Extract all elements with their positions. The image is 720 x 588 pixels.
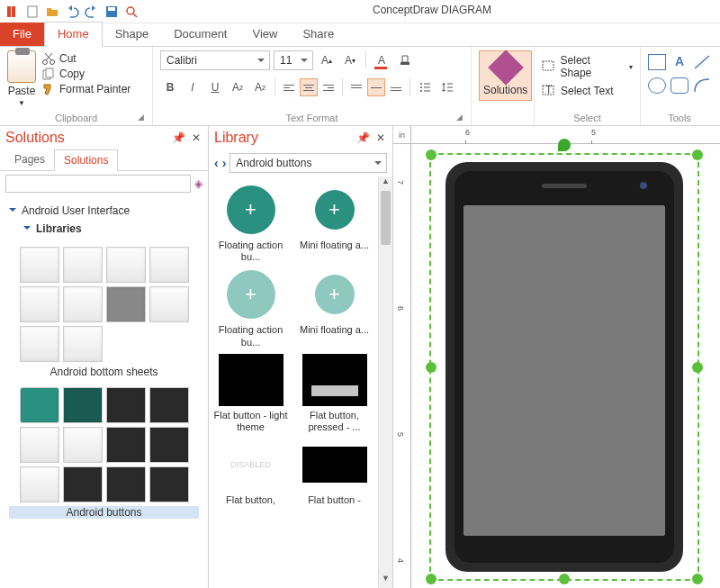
canvas[interactable]: in 6 5 7 6 5 4 [393,126,720,588]
nav-prev[interactable]: ‹ [214,156,219,170]
resize-handle[interactable] [426,149,436,160]
arc-tool[interactable] [693,77,711,94]
align-center-button[interactable] [300,78,318,96]
subtab-pages[interactable]: Pages [5,149,54,170]
cut-button[interactable]: Cut [41,52,130,65]
tools-group-label: Tools [648,113,711,123]
tab-file[interactable]: File [0,23,44,46]
ellipse-tool[interactable] [648,77,666,94]
close-icon[interactable]: ✕ [374,131,387,144]
select-shape-icon [542,60,556,73]
library-dropdown[interactable]: Android buttons [230,153,387,173]
shrink-font-button[interactable]: A▾ [340,50,360,70]
tab-document[interactable]: Document [161,23,239,46]
library-item[interactable]: Flat button, pressed - ... [296,352,373,433]
pin-icon[interactable]: 📌 [172,131,184,144]
diamond-icon[interactable]: ◈ [194,177,202,190]
tree-root[interactable]: Android User Interface [9,202,199,220]
ribbon: Paste ▼ Cut Copy Format Painter Clipboar… [0,47,720,126]
scissors-icon [41,52,56,65]
highlight-button[interactable] [395,50,415,70]
page[interactable] [411,144,720,588]
close-icon[interactable]: ✕ [190,131,202,144]
library-item[interactable]: Flat button - light theme [212,352,289,433]
library-item[interactable]: +Floating action bu... [212,267,289,348]
nav-next[interactable]: › [222,156,227,170]
library-scrollbar[interactable]: ▲ ▼ [378,176,392,588]
svg-rect-1 [12,6,15,17]
svg-line-27 [695,56,709,68]
rotate-handle[interactable] [558,139,571,151]
text-tool[interactable]: A [670,54,688,70]
library-item[interactable]: +Floating action bu... [212,182,289,263]
resize-handle[interactable] [559,574,570,584]
rect-tool[interactable] [648,54,666,70]
resize-handle[interactable] [692,149,703,160]
text-format-launcher[interactable]: ◢ [456,113,467,123]
ruler-unit: in [393,126,411,144]
svg-rect-4 [108,7,115,11]
solutions-button[interactable]: Solutions [479,50,532,101]
solutions-search-input[interactable] [5,175,191,193]
save-icon[interactable] [104,5,119,19]
resize-handle[interactable] [692,574,703,584]
redo-icon[interactable] [85,5,99,19]
new-icon[interactable] [25,5,40,19]
tab-view[interactable]: View [239,23,290,46]
resize-handle[interactable] [426,362,436,373]
open-icon[interactable] [45,5,59,19]
format-painter-button[interactable]: Format Painter [41,83,130,95]
pin-icon[interactable]: 📌 [356,131,369,144]
library-item[interactable]: +Mini floating a... [296,267,373,348]
undo-icon[interactable] [65,5,79,19]
resize-handle[interactable] [692,362,703,373]
tab-shape[interactable]: Shape [103,23,162,46]
font-size-combo[interactable]: 11 [274,50,313,70]
roundrect-tool[interactable] [670,77,688,94]
subtab-solutions[interactable]: Solutions [54,149,118,171]
solution-group-bottom-sheets[interactable]: Android bottom sheets [9,247,199,378]
font-color-button[interactable]: A [372,50,392,70]
scrollbar-thumb[interactable] [381,191,391,245]
select-text-button[interactable]: TSelect Text [542,85,633,97]
grow-font-button[interactable]: A▴ [317,50,337,70]
align-right-button[interactable] [320,78,338,96]
line-tool[interactable] [693,54,711,70]
ribbon-tabs: File Home Shape Document View Share [0,23,720,47]
solutions-panel: Solutions 📌 ✕ Pages Solutions ◈ Android … [0,126,209,588]
bullets-button[interactable] [415,77,435,97]
svg-rect-0 [7,6,11,17]
svg-point-5 [127,7,134,14]
line-spacing-button[interactable] [437,77,457,97]
library-item[interactable]: +Mini floating a... [296,182,373,263]
paste-button[interactable]: Paste ▼ [7,50,36,107]
select-shape-button[interactable]: Select Shape▾ [542,54,633,79]
font-family-combo[interactable]: Calibri [160,50,270,70]
subscript-button[interactable]: A2 [250,77,270,97]
tab-home[interactable]: Home [44,22,103,47]
svg-point-18 [420,90,422,92]
valign-top-button[interactable] [347,78,365,96]
align-left-button[interactable] [280,78,298,96]
library-item[interactable]: DISABLEDFlat button, [212,437,289,506]
search-icon[interactable] [124,5,139,19]
valign-bottom-button[interactable] [387,78,405,96]
library-panel: Library 📌 ✕ ‹ › Android buttons +Floatin… [209,126,393,588]
phone-shape[interactable] [446,162,683,572]
tab-share[interactable]: Share [290,23,346,46]
underline-button[interactable]: U [205,77,225,97]
library-item[interactable]: Flat button - [296,437,373,506]
copy-button[interactable]: Copy [41,68,130,80]
solution-group-buttons[interactable]: Android buttons [9,387,199,519]
svg-rect-2 [28,6,37,17]
solutions-panel-title: Solutions [5,130,166,146]
clipboard-group-label: Clipboard [7,113,145,123]
superscript-button[interactable]: A2 [228,77,248,97]
tree-libraries[interactable]: Libraries [9,220,199,238]
valign-middle-button[interactable] [367,78,385,96]
app-icon [5,5,20,19]
italic-button[interactable]: I [183,77,202,97]
clipboard-launcher[interactable]: ◢ [138,113,148,123]
resize-handle[interactable] [426,574,436,584]
bold-button[interactable]: B [160,77,180,97]
